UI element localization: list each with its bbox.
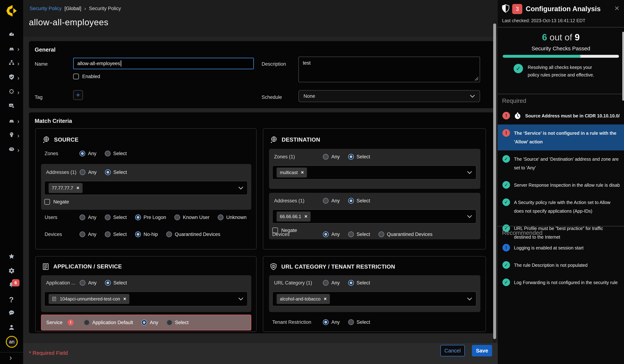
chevron-down-icon[interactable]: [467, 215, 472, 218]
chevron-right-icon[interactable]: ›: [17, 147, 19, 153]
chevron-right-icon[interactable]: ›: [17, 118, 19, 124]
radio-icon[interactable]: [348, 198, 354, 204]
radio-icon[interactable]: [348, 154, 354, 160]
radio-service-appdefault[interactable]: Application Default: [84, 320, 133, 325]
radio-icon[interactable]: [323, 319, 329, 325]
chevron-down-icon[interactable]: [238, 297, 243, 300]
radio-devices-select[interactable]: Select: [348, 231, 370, 237]
panel-scrollbar-thumb[interactable]: [622, 32, 624, 101]
radio-icon[interactable]: [348, 231, 354, 237]
chevron-down-icon[interactable]: [238, 186, 243, 190]
radio-zones-any[interactable]: Any: [323, 154, 340, 160]
radio-icon[interactable]: [79, 231, 85, 237]
chevron-down-icon[interactable]: [467, 171, 472, 174]
source-addresses-combobox[interactable]: 77.77.77.7 ×: [44, 181, 248, 195]
check-item[interactable]: ✓ A Security policy rule with the Action…: [498, 194, 624, 220]
scrollbar-thumb[interactable]: [493, 23, 496, 339]
monitor-report-icon[interactable]: [8, 103, 15, 109]
radio-tenant-any[interactable]: Any: [323, 319, 340, 325]
application-chip[interactable]: 104apci-unnumbered-test-con ×: [49, 294, 129, 304]
chip-remove-icon[interactable]: ×: [301, 170, 304, 175]
check-item[interactable]: ✓ The ‘Source’ and ‘Destination’ address…: [498, 150, 624, 176]
favorites-star-icon[interactable]: [8, 253, 15, 259]
negate-checkbox[interactable]: [44, 199, 50, 205]
check-item-selected[interactable]: ! The ‘Service’ is not configured in a r…: [498, 124, 624, 150]
radio-icon[interactable]: [166, 231, 172, 237]
chip-remove-icon[interactable]: ×: [324, 296, 327, 302]
radio-icon[interactable]: [105, 151, 111, 156]
radio-icon[interactable]: [105, 169, 111, 175]
dashboard-icon[interactable]: [8, 31, 15, 37]
user-icon[interactable]: [8, 324, 15, 330]
radio-service-any[interactable]: Any: [141, 320, 158, 325]
sase-gauge-icon[interactable]: [8, 146, 15, 152]
radio-devices-any[interactable]: Any: [323, 231, 340, 237]
enabled-checkbox[interactable]: [73, 74, 79, 79]
chip-remove-icon[interactable]: ×: [123, 296, 126, 302]
save-button[interactable]: Save: [472, 345, 492, 356]
radio-icon[interactable]: [105, 280, 111, 286]
main-scrollbar[interactable]: [493, 20, 496, 343]
alerts-icon[interactable]: [8, 117, 15, 123]
check-item[interactable]: ✓ Log Forwarding is not configured in th…: [498, 274, 624, 291]
radio-icon[interactable]: [79, 214, 85, 220]
incidents-icon[interactable]: [8, 45, 15, 51]
breadcrumb-link[interactable]: Security Policy: [30, 6, 62, 11]
resize-handle-icon[interactable]: [475, 77, 478, 80]
radio-icon[interactable]: [348, 319, 354, 325]
radio-icon[interactable]: [218, 214, 224, 220]
radio-icon[interactable]: [348, 280, 354, 286]
radio-icon[interactable]: [174, 214, 180, 220]
destination-addresses-combobox[interactable]: 66.66.66.1 ×: [272, 209, 476, 224]
radio-icon[interactable]: [323, 154, 329, 160]
radio-devices-quarantined[interactable]: Quarantined Devices: [378, 231, 433, 237]
app-logo-icon[interactable]: [6, 5, 17, 17]
radio-zones-select[interactable]: Select: [348, 154, 370, 160]
insights-bulb-icon[interactable]: [8, 132, 15, 138]
chat-feedback-icon[interactable]: [8, 310, 15, 316]
radio-icon[interactable]: [141, 320, 147, 325]
radio-icon[interactable]: [323, 280, 329, 286]
help-icon[interactable]: ?: [9, 296, 14, 304]
radio-icon[interactable]: [323, 231, 329, 237]
radio-devices-quarantined[interactable]: Quarantined Devices: [166, 231, 220, 237]
address-chip[interactable]: 77.77.77.7 ×: [49, 183, 82, 193]
radio-devices-any[interactable]: Any: [79, 231, 97, 237]
application-combobox[interactable]: 104apci-unnumbered-test-con ×: [44, 292, 248, 306]
radio-icon[interactable]: [135, 231, 141, 237]
radio-icon[interactable]: [167, 320, 172, 325]
radio-urlcat-any[interactable]: Any: [323, 280, 340, 286]
description-textarea[interactable]: test: [298, 57, 480, 82]
radio-users-any[interactable]: Any: [79, 214, 97, 220]
chevron-right-icon[interactable]: ›: [17, 89, 19, 95]
close-icon[interactable]: ×: [614, 3, 619, 13]
radio-tenant-select[interactable]: Select: [348, 319, 370, 325]
network-icon[interactable]: [8, 60, 15, 66]
destination-zones-combobox[interactable]: multicast ×: [272, 165, 476, 180]
url-category-chip[interactable]: alcohol-and-tobacco ×: [277, 294, 330, 304]
radio-application-any[interactable]: Any: [80, 280, 97, 286]
chevron-right-icon[interactable]: ›: [17, 46, 19, 52]
radio-zones-select[interactable]: Select: [105, 151, 127, 156]
radio-addresses-select[interactable]: Select: [348, 198, 370, 204]
chip-remove-icon[interactable]: ×: [304, 214, 307, 219]
radio-users-select[interactable]: Select: [105, 214, 127, 220]
zone-chip[interactable]: multicast ×: [277, 168, 307, 178]
workflow-dots-icon[interactable]: [8, 88, 15, 94]
radio-application-select[interactable]: Select: [105, 280, 127, 286]
radio-devices-select[interactable]: Select: [105, 231, 127, 237]
check-item[interactable]: ✓ Server Response Inspection in the allo…: [498, 176, 624, 194]
radio-zones-any[interactable]: Any: [79, 151, 97, 156]
check-item[interactable]: ! Logging is enabled at session start: [498, 239, 624, 256]
radio-users-known[interactable]: Known User: [174, 214, 209, 220]
radio-addresses-any[interactable]: Any: [80, 169, 97, 175]
radio-icon[interactable]: [135, 214, 141, 220]
radio-users-unknown[interactable]: Unknown: [218, 214, 247, 220]
radio-addresses-any[interactable]: Any: [323, 198, 340, 204]
radio-icon[interactable]: [378, 231, 384, 237]
radio-users-prelogon[interactable]: Pre Logon: [135, 214, 166, 220]
security-shield-icon[interactable]: [8, 74, 15, 80]
add-tag-button[interactable]: +: [73, 90, 83, 100]
radio-icon[interactable]: [80, 169, 85, 175]
radio-urlcat-select[interactable]: Select: [348, 280, 370, 286]
